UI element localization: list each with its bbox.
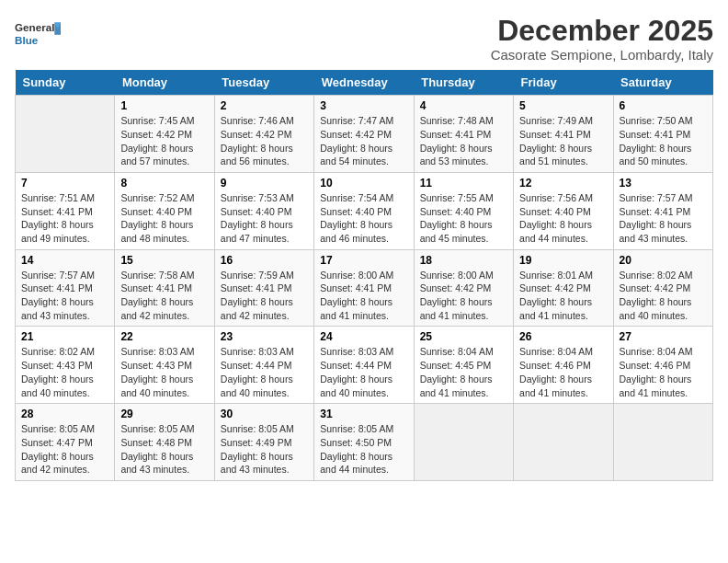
logo-svg: General Blue <box>15 15 61 53</box>
svg-text:General: General <box>15 21 54 33</box>
day-detail: Sunrise: 8:04 AMSunset: 4:45 PMDaylight:… <box>420 345 507 399</box>
header-sunday: Sunday <box>16 70 115 96</box>
day-detail: Sunrise: 7:49 AMSunset: 4:41 PMDaylight:… <box>519 114 607 168</box>
day-detail: Sunrise: 7:55 AMSunset: 4:40 PMDaylight:… <box>420 191 507 246</box>
calendar-cell: 29Sunrise: 8:05 AMSunset: 4:48 PMDayligh… <box>115 404 214 481</box>
calendar-cell: 21Sunrise: 8:02 AMSunset: 4:43 PMDayligh… <box>16 327 115 404</box>
calendar-cell: 4Sunrise: 7:48 AMSunset: 4:41 PMDaylight… <box>414 96 513 173</box>
calendar-cell: 23Sunrise: 8:03 AMSunset: 4:44 PMDayligh… <box>214 327 313 404</box>
day-detail: Sunrise: 7:50 AMSunset: 4:41 PMDaylight:… <box>620 114 707 168</box>
day-number: 21 <box>21 330 108 343</box>
day-number: 15 <box>120 254 208 267</box>
day-detail: Sunrise: 8:04 AMSunset: 4:46 PMDaylight:… <box>620 345 707 399</box>
header: General Blue December 2025 Casorate Semp… <box>15 15 713 63</box>
day-number: 29 <box>120 408 208 420</box>
calendar-cell: 15Sunrise: 7:58 AMSunset: 4:41 PMDayligh… <box>115 249 214 327</box>
calendar-subtitle: Casorate Sempione, Lombardy, Italy <box>491 47 713 63</box>
day-detail: Sunrise: 7:54 AMSunset: 4:40 PMDaylight:… <box>320 191 407 246</box>
calendar-header-row: SundayMondayTuesdayWednesdayThursdayFrid… <box>16 70 713 96</box>
calendar-cell: 22Sunrise: 8:03 AMSunset: 4:43 PMDayligh… <box>115 327 214 404</box>
day-number: 20 <box>620 254 707 267</box>
day-number: 9 <box>221 177 308 190</box>
day-detail: Sunrise: 7:51 AMSunset: 4:41 PMDaylight:… <box>21 191 108 246</box>
day-number: 6 <box>620 99 707 112</box>
day-detail: Sunrise: 8:00 AMSunset: 4:41 PMDaylight:… <box>320 269 407 323</box>
day-detail: Sunrise: 7:59 AMSunset: 4:41 PMDaylight:… <box>221 269 308 323</box>
calendar-cell: 30Sunrise: 8:05 AMSunset: 4:49 PMDayligh… <box>214 404 313 481</box>
header-wednesday: Wednesday <box>314 70 414 96</box>
day-detail: Sunrise: 8:03 AMSunset: 4:44 PMDaylight:… <box>221 345 308 399</box>
day-number: 7 <box>21 177 108 190</box>
calendar-title: December 2025 <box>491 15 713 47</box>
calendar-cell: 12Sunrise: 7:56 AMSunset: 4:40 PMDayligh… <box>514 172 613 249</box>
header-thursday: Thursday <box>414 70 513 96</box>
day-number: 31 <box>320 408 407 420</box>
day-detail: Sunrise: 8:05 AMSunset: 4:49 PMDaylight:… <box>221 422 308 477</box>
day-number: 17 <box>320 254 407 267</box>
day-number: 19 <box>519 254 607 267</box>
calendar-cell <box>514 404 613 481</box>
calendar-cell: 6Sunrise: 7:50 AMSunset: 4:41 PMDaylight… <box>613 96 712 173</box>
calendar-cell: 8Sunrise: 7:52 AMSunset: 4:40 PMDaylight… <box>115 172 214 249</box>
day-detail: Sunrise: 7:46 AMSunset: 4:42 PMDaylight:… <box>221 114 308 168</box>
calendar-table: SundayMondayTuesdayWednesdayThursdayFrid… <box>15 70 713 481</box>
day-number: 16 <box>221 254 308 267</box>
day-detail: Sunrise: 7:48 AMSunset: 4:41 PMDaylight:… <box>420 114 507 168</box>
day-number: 27 <box>620 330 707 343</box>
header-tuesday: Tuesday <box>214 70 313 96</box>
calendar-week-4: 21Sunrise: 8:02 AMSunset: 4:43 PMDayligh… <box>16 327 713 404</box>
header-friday: Friday <box>514 70 613 96</box>
calendar-cell: 18Sunrise: 8:00 AMSunset: 4:42 PMDayligh… <box>414 249 513 327</box>
day-detail: Sunrise: 8:01 AMSunset: 4:42 PMDaylight:… <box>519 269 607 323</box>
day-number: 11 <box>420 177 507 190</box>
header-saturday: Saturday <box>613 70 712 96</box>
calendar-cell: 31Sunrise: 8:05 AMSunset: 4:50 PMDayligh… <box>314 404 414 481</box>
day-number: 2 <box>221 99 308 112</box>
header-monday: Monday <box>115 70 214 96</box>
calendar-week-2: 7Sunrise: 7:51 AMSunset: 4:41 PMDaylight… <box>16 172 713 249</box>
calendar-cell: 17Sunrise: 8:00 AMSunset: 4:41 PMDayligh… <box>314 249 414 327</box>
day-number: 24 <box>320 330 407 343</box>
calendar-cell: 13Sunrise: 7:57 AMSunset: 4:41 PMDayligh… <box>613 172 712 249</box>
day-detail: Sunrise: 7:52 AMSunset: 4:40 PMDaylight:… <box>120 191 208 246</box>
day-detail: Sunrise: 7:57 AMSunset: 4:41 PMDaylight:… <box>21 269 108 323</box>
day-detail: Sunrise: 7:57 AMSunset: 4:41 PMDaylight:… <box>620 191 707 246</box>
calendar-cell: 2Sunrise: 7:46 AMSunset: 4:42 PMDaylight… <box>214 96 313 173</box>
day-number: 8 <box>120 177 208 190</box>
day-number: 1 <box>120 99 208 112</box>
title-area: December 2025 Casorate Sempione, Lombard… <box>491 15 713 63</box>
day-number: 4 <box>420 99 507 112</box>
day-number: 12 <box>519 177 607 190</box>
calendar-cell: 27Sunrise: 8:04 AMSunset: 4:46 PMDayligh… <box>613 327 712 404</box>
calendar-cell: 10Sunrise: 7:54 AMSunset: 4:40 PMDayligh… <box>314 172 414 249</box>
svg-text:Blue: Blue <box>15 34 39 46</box>
day-detail: Sunrise: 7:53 AMSunset: 4:40 PMDaylight:… <box>221 191 308 246</box>
calendar-cell: 25Sunrise: 8:04 AMSunset: 4:45 PMDayligh… <box>414 327 513 404</box>
day-detail: Sunrise: 8:04 AMSunset: 4:46 PMDaylight:… <box>519 345 607 399</box>
day-number: 13 <box>620 177 707 190</box>
calendar-cell: 19Sunrise: 8:01 AMSunset: 4:42 PMDayligh… <box>514 249 613 327</box>
calendar-cell <box>613 404 712 481</box>
day-number: 30 <box>221 408 308 420</box>
calendar-cell: 7Sunrise: 7:51 AMSunset: 4:41 PMDaylight… <box>16 172 115 249</box>
day-detail: Sunrise: 8:03 AMSunset: 4:43 PMDaylight:… <box>120 345 208 399</box>
day-number: 22 <box>120 330 208 343</box>
calendar-cell: 3Sunrise: 7:47 AMSunset: 4:42 PMDaylight… <box>314 96 414 173</box>
day-detail: Sunrise: 7:58 AMSunset: 4:41 PMDaylight:… <box>120 269 208 323</box>
day-detail: Sunrise: 8:05 AMSunset: 4:47 PMDaylight:… <box>21 422 108 477</box>
calendar-cell: 5Sunrise: 7:49 AMSunset: 4:41 PMDaylight… <box>514 96 613 173</box>
day-number: 5 <box>519 99 607 112</box>
day-detail: Sunrise: 8:02 AMSunset: 4:43 PMDaylight:… <box>21 345 108 399</box>
day-detail: Sunrise: 8:02 AMSunset: 4:42 PMDaylight:… <box>620 269 707 323</box>
calendar-cell <box>414 404 513 481</box>
calendar-cell: 9Sunrise: 7:53 AMSunset: 4:40 PMDaylight… <box>214 172 313 249</box>
calendar-cell: 26Sunrise: 8:04 AMSunset: 4:46 PMDayligh… <box>514 327 613 404</box>
day-detail: Sunrise: 8:05 AMSunset: 4:48 PMDaylight:… <box>120 422 208 477</box>
logo: General Blue <box>15 15 61 53</box>
day-number: 26 <box>519 330 607 343</box>
day-detail: Sunrise: 7:45 AMSunset: 4:42 PMDaylight:… <box>120 114 208 168</box>
calendar-week-5: 28Sunrise: 8:05 AMSunset: 4:47 PMDayligh… <box>16 404 713 481</box>
calendar-cell: 28Sunrise: 8:05 AMSunset: 4:47 PMDayligh… <box>16 404 115 481</box>
day-number: 25 <box>420 330 507 343</box>
day-detail: Sunrise: 8:03 AMSunset: 4:44 PMDaylight:… <box>320 345 407 399</box>
